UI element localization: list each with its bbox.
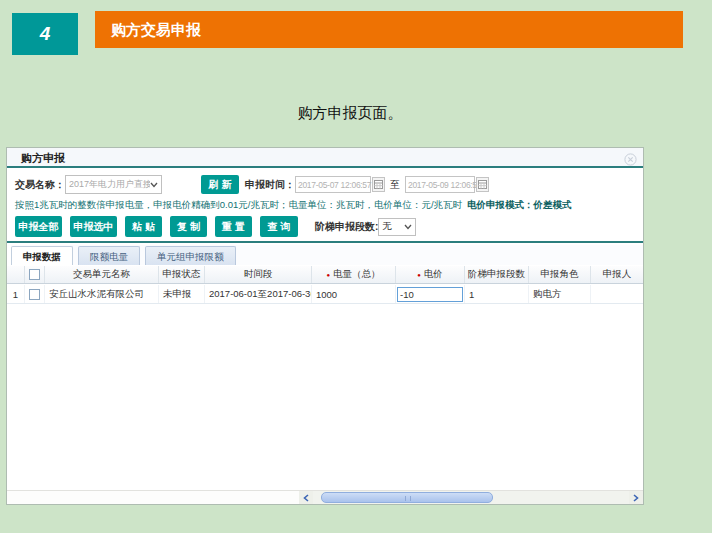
table-row: 1 安丘山水水泥有限公司 未申报 2017-06-01至2017-06-30 1…: [7, 285, 643, 304]
index-column-header: [7, 266, 25, 283]
column-header-ladder: 阶梯申报段数: [465, 266, 529, 283]
declare-selected-button[interactable]: 申报选中: [70, 216, 117, 237]
ladder-count-label: 阶梯申报段数:: [315, 220, 378, 234]
ladder-count-select[interactable]: 无: [378, 218, 416, 236]
horizontal-scrollbar[interactable]: [299, 491, 643, 504]
hint-main: 按照1兆瓦时的整数倍申报电量，申报电价精确到0.01元/兆瓦时；电量单位：兆瓦时…: [15, 199, 462, 210]
time-to-input[interactable]: 2017-05-09 12:06:57: [405, 176, 475, 193]
search-form-row: 交易名称： 2017年电力用户直接集中交易模拟 刷 新 申报时间： 2017-0…: [15, 175, 639, 194]
cell-quantity[interactable]: 1000: [312, 285, 396, 303]
column-header-status: 申报状态: [159, 266, 205, 283]
panel-titlebar: 购方申报: [7, 148, 643, 168]
row-index: 1: [7, 285, 25, 303]
screen: 4 购方交易申报 购方申报页面。 购方申报 交易名称： 2017年电力用户直接集…: [0, 0, 712, 533]
required-marker: ●: [417, 272, 421, 278]
section-title-bar: 购方交易申报: [95, 11, 683, 48]
calendar-icon[interactable]: [476, 177, 489, 192]
cell-price: [396, 285, 465, 303]
reset-button[interactable]: 重 置: [215, 216, 252, 237]
scroll-left-icon[interactable]: [299, 491, 313, 504]
refresh-button[interactable]: 刷 新: [201, 175, 239, 194]
column-header-role: 申报角色: [529, 266, 591, 283]
select-all-cell: [25, 266, 45, 283]
row-checkbox-cell: [25, 285, 45, 303]
trade-name-select[interactable]: 2017年电力用户直接集中交易模拟: [65, 175, 162, 194]
cell-role: 购电方: [529, 285, 591, 303]
panel-title: 购方申报: [21, 148, 65, 168]
chevron-down-icon: [404, 224, 412, 230]
price-input[interactable]: [397, 287, 463, 302]
declaration-panel: 购方申报 交易名称： 2017年电力用户直接集中交易模拟 刷 新 申报时间： 2…: [6, 147, 644, 505]
column-header-period: 时间段: [205, 266, 312, 283]
cell-period: 2017-06-01至2017-06-30: [205, 285, 312, 303]
trade-name-label: 交易名称：: [15, 178, 65, 192]
ladder-count-value: 无: [382, 220, 404, 233]
column-header-quantity: ●电量（总）: [312, 266, 396, 283]
cell-ladder: 1: [465, 285, 529, 303]
copy-button[interactable]: 复 制: [170, 216, 207, 237]
tab-unit-group-quota[interactable]: 单元组申报限额: [145, 246, 236, 265]
cell-agent: [591, 285, 643, 303]
column-header-agent: 申报人: [591, 266, 643, 283]
scrollbar-thumb[interactable]: [321, 492, 493, 503]
column-header-name: 交易单元名称: [45, 266, 159, 283]
required-marker: ●: [326, 272, 330, 278]
bottom-strip: [7, 490, 643, 504]
hint-text: 按照1兆瓦时的整数倍申报电量，申报电价精确到0.01元/兆瓦时；电量单位：兆瓦时…: [15, 199, 639, 212]
column-header-price: ●电价: [396, 266, 465, 283]
section-number-badge: 4: [12, 13, 78, 55]
caption-text: 购方申报页面。: [0, 104, 700, 123]
select-all-checkbox[interactable]: [29, 269, 40, 280]
toolbar: 申报全部 申报选中 粘 贴 复 制 重 置 查 询 阶梯申报段数: 无: [15, 216, 416, 237]
declare-time-label: 申报时间：: [245, 178, 295, 192]
calendar-icon[interactable]: [372, 177, 385, 192]
separator-line: [7, 241, 643, 243]
paste-button[interactable]: 粘 贴: [125, 216, 162, 237]
close-icon[interactable]: [624, 152, 637, 165]
cell-status: 未申报: [159, 285, 205, 303]
hint-mode: 电价申报模式：价差模式: [467, 199, 572, 210]
to-label: 至: [390, 178, 400, 192]
declare-all-button[interactable]: 申报全部: [15, 216, 62, 237]
time-from-input[interactable]: 2017-05-07 12:06:57: [295, 176, 371, 193]
tab-declare-data[interactable]: 申报数据: [11, 246, 73, 265]
chevron-down-icon: [150, 182, 158, 188]
query-button[interactable]: 查 询: [260, 216, 298, 237]
tab-quota-energy[interactable]: 限额电量: [78, 246, 140, 265]
scroll-right-icon[interactable]: [629, 491, 643, 504]
table-header: 交易单元名称 申报状态 时间段 ●电量（总） ●电价 阶梯申报段数 申报角色 申…: [7, 266, 643, 284]
tab-bar: 申报数据 限额电量 单元组申报限额: [11, 245, 643, 265]
row-checkbox[interactable]: [29, 289, 40, 300]
trade-name-value: 2017年电力用户直接集中交易模拟: [69, 178, 150, 191]
cell-unit-name: 安丘山水水泥有限公司: [45, 285, 159, 303]
